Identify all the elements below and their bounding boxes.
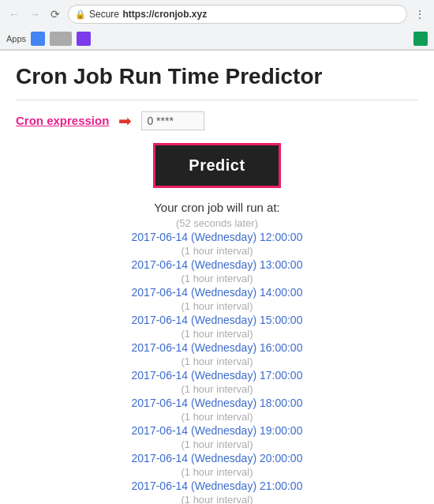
- run-time-entry: 2017-06-14 (Wednesday) 14:00:00: [16, 286, 418, 299]
- arrow-icon: ➡: [118, 111, 132, 130]
- cron-input[interactable]: [141, 111, 204, 130]
- page-title: Cron Job Run Time Predictor: [16, 63, 418, 90]
- interval-note: (1 hour interval): [16, 273, 418, 284]
- interval-note: (1 hour interval): [16, 383, 418, 395]
- interval-note: (1 hour interval): [16, 300, 418, 312]
- run-time-entry: 2017-06-14 (Wednesday) 17:00:00: [16, 369, 418, 382]
- run-time-entry: 2017-06-14 (Wednesday) 20:00:00: [16, 452, 418, 465]
- cron-expression-label: Cron expression: [16, 114, 109, 127]
- app-dot-3[interactable]: [77, 32, 91, 46]
- browser-chrome: ← → ⟳ 🔒 Secure https://cronjob.xyz ⋮ App…: [0, 0, 434, 51]
- run-time-entry: 2017-06-14 (Wednesday) 16:00:00: [16, 341, 418, 354]
- first-interval-note: (52 seconds later): [16, 217, 418, 229]
- divider: [16, 100, 418, 100]
- interval-note: (1 hour interval): [16, 466, 418, 478]
- run-time-entry: 2017-06-14 (Wednesday) 13:00:00: [16, 258, 418, 271]
- run-time-entry: 2017-06-14 (Wednesday) 21:00:00: [16, 480, 418, 492]
- cron-label-row: Cron expression ➡: [16, 111, 418, 130]
- url-text: https://cronjob.xyz: [122, 9, 207, 20]
- page-content: Cron Job Run Time Predictor Cron express…: [0, 51, 434, 504]
- predict-button[interactable]: Predict: [153, 143, 280, 188]
- interval-note: (1 hour interval): [16, 411, 418, 423]
- run-time-entry: 2017-06-14 (Wednesday) 19:00:00: [16, 424, 418, 437]
- run-time-entry: 2017-06-14 (Wednesday) 12:00:00: [16, 231, 418, 243]
- apps-label: Apps: [6, 34, 26, 43]
- back-button[interactable]: ←: [6, 6, 22, 22]
- address-bar[interactable]: 🔒 Secure https://cronjob.xyz: [68, 5, 407, 24]
- app-dot-4[interactable]: [413, 32, 428, 46]
- app-dot-2[interactable]: [50, 32, 72, 46]
- forward-button[interactable]: →: [27, 6, 43, 22]
- secure-label: Secure: [89, 9, 119, 20]
- run-time-entry: 2017-06-14 (Wednesday) 15:00:00: [16, 314, 418, 326]
- run-times-list: 2017-06-14 (Wednesday) 12:00:00(1 hour i…: [16, 231, 418, 504]
- interval-note: (1 hour interval): [16, 328, 418, 340]
- predict-section: Predict: [16, 143, 418, 188]
- interval-note: (1 hour interval): [16, 245, 418, 257]
- apps-row: Apps: [0, 28, 434, 50]
- interval-note: (1 hour interval): [16, 355, 418, 367]
- results-heading: Your cron job will run at:: [16, 201, 418, 214]
- menu-button[interactable]: ⋮: [412, 6, 428, 22]
- browser-nav: ← → ⟳ 🔒 Secure https://cronjob.xyz ⋮: [0, 0, 434, 28]
- reload-button[interactable]: ⟳: [47, 6, 63, 22]
- interval-note: (1 hour interval): [16, 438, 418, 450]
- lock-icon: 🔒: [75, 9, 86, 20]
- interval-note: (1 hour interval): [16, 494, 418, 504]
- run-time-entry: 2017-06-14 (Wednesday) 18:00:00: [16, 397, 418, 409]
- app-dot-1[interactable]: [31, 32, 45, 46]
- results-section: Your cron job will run at: (52 seconds l…: [16, 201, 418, 504]
